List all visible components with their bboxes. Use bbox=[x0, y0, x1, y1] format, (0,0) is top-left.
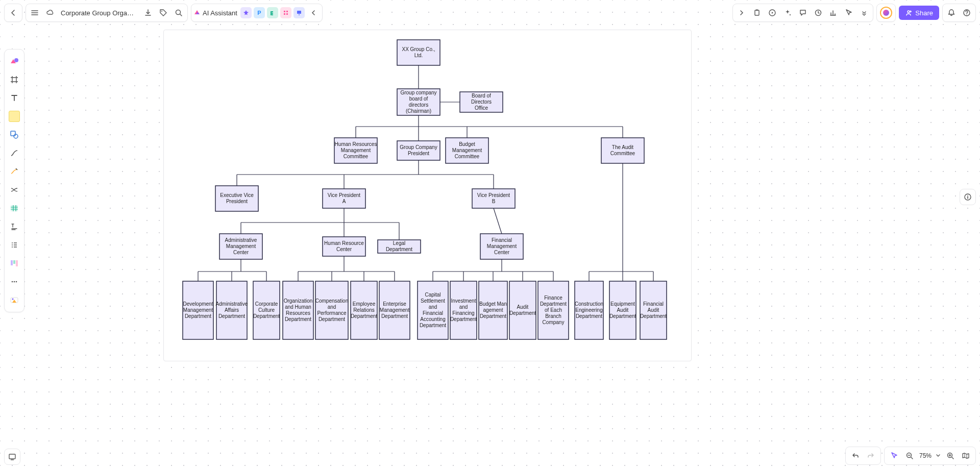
zoom-dropdown[interactable] bbox=[935, 449, 942, 462]
user-avatar[interactable] bbox=[880, 7, 892, 19]
node-label: Department bbox=[285, 316, 311, 322]
table-tool[interactable] bbox=[7, 200, 22, 217]
text-tool[interactable] bbox=[7, 89, 22, 107]
templates-tool[interactable] bbox=[7, 291, 22, 309]
node-label: XX Group Co., bbox=[402, 46, 435, 52]
ai-tool-3[interactable] bbox=[267, 7, 278, 18]
analytics-button[interactable] bbox=[827, 6, 840, 19]
node-label: and bbox=[429, 304, 437, 310]
node-label: Committee bbox=[610, 151, 635, 156]
node-label: and Human bbox=[285, 304, 311, 310]
more-tools-button[interactable] bbox=[857, 6, 871, 19]
svg-rect-62 bbox=[13, 260, 15, 264]
kanban-tool[interactable] bbox=[7, 255, 22, 272]
ai-assistant-label[interactable]: AI Assistant bbox=[203, 9, 238, 17]
ai-collapse-button[interactable] bbox=[307, 6, 320, 19]
sticky-note-tool[interactable] bbox=[7, 108, 22, 125]
document-title[interactable]: Corporate Group Organiz... bbox=[59, 9, 139, 17]
back-button[interactable] bbox=[7, 6, 20, 19]
help-button[interactable] bbox=[960, 6, 973, 19]
node-label: Department bbox=[540, 301, 567, 307]
share-icon bbox=[905, 9, 912, 16]
svg-point-42 bbox=[161, 11, 162, 12]
node-label: Branch bbox=[545, 313, 561, 319]
shapes-tool[interactable] bbox=[7, 53, 22, 70]
notifications-button[interactable] bbox=[945, 6, 958, 19]
node-label: Department bbox=[576, 313, 602, 319]
sparkle-button[interactable] bbox=[781, 6, 794, 19]
node-label: Executive Vice bbox=[220, 192, 254, 198]
search-button[interactable] bbox=[172, 6, 185, 19]
node-label: Committee bbox=[455, 154, 480, 159]
node-label: The Audit bbox=[612, 144, 633, 150]
user-avatar-image bbox=[883, 10, 889, 16]
shuffle-tool[interactable] bbox=[7, 181, 22, 199]
node-label: Financial bbox=[643, 301, 664, 307]
map-button[interactable] bbox=[959, 449, 972, 462]
cursor-mode-button[interactable] bbox=[842, 6, 855, 19]
comment-button[interactable] bbox=[796, 6, 810, 19]
ai-tool-2[interactable]: P bbox=[254, 7, 265, 18]
node-label: Committee bbox=[344, 154, 369, 159]
node-label: Management bbox=[226, 243, 256, 249]
info-button[interactable] bbox=[960, 189, 976, 205]
svg-point-59 bbox=[12, 244, 13, 245]
node-label: Management bbox=[452, 147, 482, 153]
more-tools[interactable] bbox=[7, 273, 22, 290]
clipboard-button[interactable] bbox=[750, 6, 764, 19]
node-label: Center bbox=[336, 246, 352, 252]
frame-tool[interactable] bbox=[7, 71, 22, 88]
svg-point-43 bbox=[176, 10, 181, 15]
canvas[interactable]: XX Group Co.,Ltd.Group companyboard ofdi… bbox=[0, 0, 980, 469]
slides-button[interactable] bbox=[4, 449, 20, 465]
node-label: Financial bbox=[423, 310, 443, 316]
pen-tool[interactable] bbox=[7, 163, 22, 180]
redo-button[interactable] bbox=[864, 449, 877, 462]
node-label: Development bbox=[183, 301, 213, 307]
undo-button[interactable] bbox=[849, 449, 862, 462]
node-label: Board of bbox=[472, 93, 491, 98]
expand-right-button[interactable] bbox=[735, 6, 748, 19]
node-label: board of bbox=[409, 96, 428, 102]
node-label: and bbox=[459, 304, 468, 310]
svg-point-54 bbox=[14, 58, 18, 62]
connector-tool[interactable] bbox=[7, 144, 22, 162]
node-label: Finance bbox=[544, 295, 562, 301]
history-button[interactable] bbox=[812, 6, 825, 19]
node-label: Capital bbox=[425, 292, 440, 298]
svg-rect-49 bbox=[755, 10, 759, 15]
shape-tool[interactable] bbox=[7, 126, 22, 143]
cloud-sync-icon bbox=[43, 6, 57, 19]
text-block-tool[interactable] bbox=[7, 218, 22, 235]
share-button[interactable]: Share bbox=[899, 6, 939, 20]
ai-tool-4[interactable] bbox=[280, 7, 291, 18]
svg-line-18 bbox=[494, 208, 502, 234]
node-label: of Each bbox=[545, 307, 562, 313]
ai-tool-5[interactable] bbox=[293, 7, 305, 18]
svg-rect-63 bbox=[16, 260, 18, 266]
ai-tool-1[interactable] bbox=[240, 7, 252, 18]
list-tool[interactable] bbox=[7, 236, 22, 254]
tag-button[interactable] bbox=[157, 6, 170, 19]
zoom-out-button[interactable] bbox=[903, 449, 916, 462]
node-label: Department bbox=[351, 313, 377, 319]
pointer-tool[interactable] bbox=[888, 449, 901, 462]
node-label: Management bbox=[487, 243, 517, 249]
left-toolbar bbox=[4, 49, 24, 312]
zoom-in-button[interactable] bbox=[944, 449, 957, 462]
download-button[interactable] bbox=[141, 6, 155, 19]
node-label: President bbox=[226, 199, 248, 204]
node-label: Department bbox=[185, 313, 211, 319]
node-label: B bbox=[492, 199, 496, 204]
node-label: Relations bbox=[353, 307, 375, 313]
svg-rect-61 bbox=[11, 260, 13, 265]
svg-point-56 bbox=[14, 134, 18, 138]
play-button[interactable] bbox=[766, 6, 779, 19]
node-label: Construction bbox=[575, 301, 603, 307]
node-label: Department bbox=[450, 316, 477, 322]
zoom-level[interactable]: 75% bbox=[918, 452, 933, 459]
menu-button[interactable] bbox=[28, 6, 41, 19]
node-label: Department bbox=[609, 313, 636, 319]
node-label: Financing bbox=[452, 310, 474, 316]
svg-point-65 bbox=[14, 281, 15, 283]
